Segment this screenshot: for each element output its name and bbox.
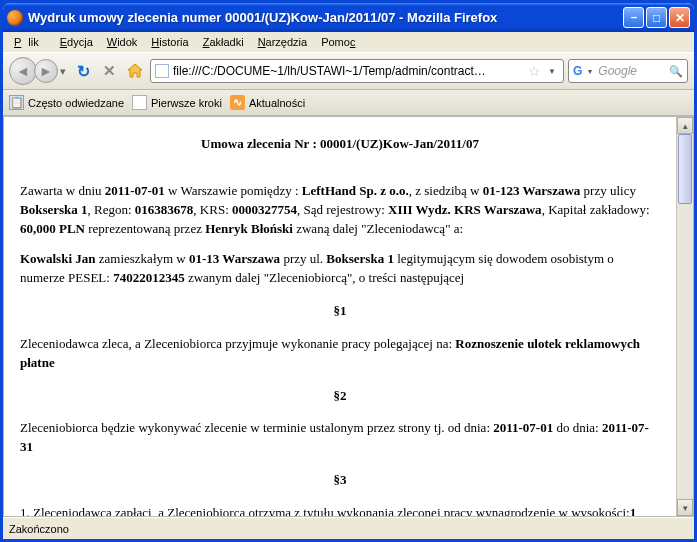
bookmark-star-icon[interactable]: ☆ [528, 63, 541, 79]
status-text: Zakończono [9, 523, 69, 535]
section-3-header: §3 [20, 471, 660, 490]
stop-button[interactable]: ✕ [98, 60, 120, 82]
bookmarks-toolbar: 📋 Często odwiedzane Pierwsze kroki ∿ Akt… [3, 90, 694, 116]
firefox-icon [7, 10, 23, 26]
party-1: Zawarta w dniu 2011-07-01 w Warszawie po… [20, 182, 660, 239]
menu-help[interactable]: Pomoc [314, 34, 362, 50]
bookmark-news[interactable]: ∿ Aktualności [230, 95, 305, 110]
vertical-scrollbar[interactable]: ▴ ▾ [676, 117, 693, 516]
browser-window: Wydruk umowy zlecenia numer 00001/(UZ)Ko… [3, 3, 694, 539]
section-2-header: §2 [20, 387, 660, 406]
section-3-text: 1. Zleceniodawca zapłaci, a Zleceniobior… [20, 504, 660, 516]
nav-toolbar: ◄ ► ▾ ↻ ✕ file:///C:/DOCUME~1/lh/USTAWI~… [3, 52, 694, 90]
section-1-text: Zleceniodawca zleca, a Zleceniobiorca pr… [20, 335, 660, 373]
bookmark-frequent[interactable]: 📋 Często odwiedzane [9, 95, 124, 110]
url-text: file:///C:/DOCUME~1/lh/USTAWI~1/Temp/adm… [173, 64, 524, 78]
contract-heading: Umowa zlecenia Nr : 00001/(UZ)Kow-Jan/20… [20, 135, 660, 154]
menu-history[interactable]: Historia [144, 34, 195, 50]
minimize-button[interactable]: － [623, 7, 644, 28]
url-dropdown[interactable]: ▼ [545, 67, 559, 76]
reload-button[interactable]: ↻ [72, 60, 94, 82]
search-engine-dropdown[interactable]: ▾ [585, 67, 595, 76]
document-body: Umowa zlecenia Nr : 00001/(UZ)Kow-Jan/20… [4, 117, 676, 516]
menu-bar: Plik Edycja Widok Historia Zakładki Narz… [3, 32, 694, 52]
search-icon[interactable]: 🔍 [669, 65, 683, 78]
home-button[interactable] [124, 60, 146, 82]
forward-button[interactable]: ► [34, 59, 58, 83]
section-1-header: §1 [20, 302, 660, 321]
scroll-up-button[interactable]: ▴ [677, 117, 693, 134]
scroll-down-button[interactable]: ▾ [677, 499, 693, 516]
search-bar[interactable]: G ▾ Google 🔍 [568, 59, 688, 83]
window-controls: － □ ✕ [623, 7, 690, 28]
nav-history-dropdown[interactable]: ▾ [58, 65, 68, 78]
scroll-thumb[interactable] [678, 134, 692, 204]
menu-view[interactable]: Widok [100, 34, 145, 50]
maximize-button[interactable]: □ [646, 7, 667, 28]
viewport: Umowa zlecenia Nr : 00001/(UZ)Kow-Jan/20… [3, 116, 694, 517]
status-bar: Zakończono [3, 517, 694, 539]
google-icon: G [573, 64, 582, 78]
menu-edit[interactable]: Edycja [53, 34, 100, 50]
window-title: Wydruk umowy zlecenia numer 00001/(UZ)Ko… [28, 10, 623, 25]
menu-file[interactable]: Plik [7, 34, 53, 50]
address-bar[interactable]: file:///C:/DOCUME~1/lh/USTAWI~1/Temp/adm… [150, 59, 564, 83]
back-button[interactable]: ◄ [9, 57, 37, 85]
close-button[interactable]: ✕ [669, 7, 690, 28]
frequent-icon: 📋 [9, 95, 24, 110]
rss-icon: ∿ [230, 95, 245, 110]
menu-tools[interactable]: Narzędzia [251, 34, 315, 50]
menu-bookmarks[interactable]: Zakładki [196, 34, 251, 50]
party-2: Kowalski Jan zamieszkałym w 01-13 Warsza… [20, 250, 660, 288]
page-icon [132, 95, 147, 110]
home-icon [126, 62, 144, 80]
page-icon [155, 64, 169, 78]
nav-buttons: ◄ ► ▾ [9, 57, 68, 85]
bookmark-first-steps[interactable]: Pierwsze kroki [132, 95, 222, 110]
search-placeholder: Google [598, 64, 666, 78]
section-2-text: Zleceniobiorca będzie wykonywać zlecenie… [20, 419, 660, 457]
title-bar[interactable]: Wydruk umowy zlecenia numer 00001/(UZ)Ko… [3, 3, 694, 32]
